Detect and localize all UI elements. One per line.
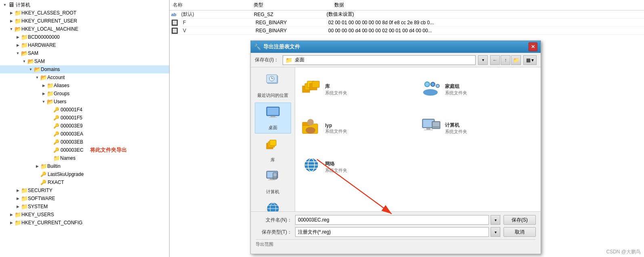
library-icon	[266, 138, 280, 155]
expand-icon: ▶	[15, 203, 21, 210]
current-path-box[interactable]: 📁 桌面	[283, 55, 476, 65]
table-row[interactable]: ab (默认) REG_SZ (数值未设置)	[170, 10, 644, 19]
nav-back-button[interactable]: ←	[490, 55, 500, 65]
folder-icon: 📁	[15, 10, 21, 16]
reg-name: V	[180, 27, 252, 34]
reg-value-icon: 🔲	[171, 19, 178, 26]
registry-values-table: 名称 类型 数据 ab (默认) REG_SZ (数值未设置) 🔲 F REG_…	[170, 0, 644, 35]
file-item-homegroup[interactable]: 家庭组 系统文件夹	[419, 71, 537, 108]
folder-icon: 📁	[47, 82, 54, 89]
export-dialog: 🔧 导出注册表文件 ✕ 保存在(I)： 📁 桌面 ▾ ← ↑ 📁 ▦	[250, 40, 541, 254]
tree-item-000001f4[interactable]: ▶ 🔑 000001F4	[0, 106, 169, 114]
tree-item-hkcu[interactable]: ▶ 📁 HKEY_CURRENT_USER	[0, 17, 169, 25]
tree-label: Names	[60, 155, 76, 161]
export-range: 导出范围	[256, 239, 536, 251]
file-item-network[interactable]: 网络 系统文件夹	[299, 149, 417, 185]
tree-item-hklm[interactable]: ▼ 📂 HKEY_LOCAL_MACHINE	[0, 25, 169, 33]
folder-icon: 📁	[47, 90, 54, 97]
tree-item-000003ec[interactable]: ▶ 🔑 000003EC 将此文件夹导出	[0, 146, 169, 154]
expand-icon: ▶	[34, 163, 40, 169]
tree-item-000003eb[interactable]: ▶ 🔑 000003EB	[0, 138, 169, 146]
file-name: lyp	[325, 123, 347, 128]
tree-item-hku[interactable]: ▶ 📁 HKEY_USERS	[0, 211, 169, 219]
tree-label: HKEY_CURRENT_USER	[21, 18, 77, 24]
folder-icon: 📂	[15, 26, 21, 32]
filetype-input[interactable]	[295, 227, 489, 237]
tree-item-000003ea[interactable]: ▶ 🔑 000003EA	[0, 130, 169, 138]
folder-icon: 📂	[40, 74, 47, 81]
tree-item-groups[interactable]: ▶ 📁 Groups	[0, 90, 169, 98]
cancel-button[interactable]: 取消	[503, 227, 536, 237]
tree-item-sam-inner[interactable]: ▼ 📂 SAM	[0, 57, 169, 65]
sidebar-desktop[interactable]: 桌面	[255, 102, 291, 134]
tree-item-000001f5[interactable]: ▶ 🔑 000001F5	[0, 114, 169, 122]
tree-item-000003e9[interactable]: ▶ 🔑 000003E9	[0, 122, 169, 130]
filetype-dropdown-button[interactable]: ▾	[491, 227, 500, 237]
tree-item-sam[interactable]: ▼ 📂 SAM	[0, 49, 169, 57]
tree-item-users[interactable]: ▼ 📂 Users	[0, 98, 169, 106]
reg-type: REG_BINARY	[252, 19, 325, 26]
tree-label: Account	[47, 75, 65, 80]
folder-icon: 📁	[53, 155, 60, 161]
file-name: 库	[325, 83, 347, 90]
tree-item-bcd[interactable]: ▶ 📁 BCD00000000	[0, 33, 169, 41]
file-item-lyp[interactable]: lyp 系统文件夹	[299, 110, 417, 146]
svg-point-37	[307, 119, 314, 125]
sidebar-network[interactable]: 网络	[255, 199, 291, 211]
tree-label: HKEY_CLASSES_ROOT	[21, 10, 76, 16]
table-row[interactable]: 🔲 F REG_BINARY 02 00 01 00 00 00 00 00 8…	[170, 19, 644, 27]
view-dropdown-icon: ▾	[531, 57, 534, 63]
tree-item-hkcc[interactable]: ▶ 📁 HKEY_CURRENT_CONFIG	[0, 219, 169, 227]
nav-new-folder-button[interactable]: 📁	[511, 55, 521, 65]
svg-point-31	[431, 83, 434, 86]
tree-item-names[interactable]: ▶ 📁 Names	[0, 154, 169, 162]
file-item-computer[interactable]: 计算机 系统文件夹	[419, 110, 537, 146]
filename-dropdown-button[interactable]: ▾	[491, 215, 500, 225]
file-item-library[interactable]: 库 系统文件夹	[299, 71, 417, 108]
key-icon: 🔑	[53, 115, 59, 121]
tree-item-security[interactable]: ▶ 📁 SECURITY	[0, 186, 169, 194]
dialog-title: 导出注册表文件	[263, 43, 529, 50]
tree-item-hkcr[interactable]: ▶ 📁 HKEY_CLASSES_ROOT	[0, 9, 169, 17]
svg-point-29	[425, 82, 429, 86]
table-row[interactable]: 🔲 V REG_BINARY 00 00 00 00 d4 00 00 00 0…	[170, 27, 644, 35]
tree-item-aliases[interactable]: ▶ 📁 Aliases	[0, 81, 169, 90]
view-icon: ▦	[526, 57, 531, 63]
save-button[interactable]: 保存(S)	[503, 215, 536, 225]
sidebar-library[interactable]: 库	[255, 135, 291, 165]
tree-label: Builtin	[47, 163, 61, 169]
path-folder-icon: 📁	[285, 57, 292, 63]
reg-type: REG_BINARY	[252, 27, 325, 34]
tree-item-rxact[interactable]: ▶ 🔑 RXACT	[0, 178, 169, 186]
nav-up-button[interactable]: ↑	[501, 55, 510, 65]
folder-icon: 📁	[21, 34, 28, 40]
sidebar-recent[interactable]: 最近访问的位置	[255, 71, 291, 101]
sidebar-computer[interactable]: 计算机	[255, 167, 291, 197]
tree-item-builtin[interactable]: ▶ 📁 Builtin	[0, 162, 169, 170]
svg-point-19	[270, 203, 276, 211]
path-dropdown-button[interactable]: ▾	[478, 55, 488, 65]
tree-item-lastsku[interactable]: ▶ 🔑 LastSkuUpgrade	[0, 170, 169, 178]
tree-item-hardware[interactable]: ▶ 📁 HARDWARE	[0, 41, 169, 49]
svg-rect-44	[433, 122, 439, 126]
tree-item-software[interactable]: ▶ 📁 SOFTWARE	[0, 194, 169, 203]
annotation-text: 将此文件夹导出	[90, 146, 127, 154]
computer-icon	[266, 169, 280, 187]
tree-label: 000001F5	[61, 115, 82, 121]
file-type: 系统文件夹	[325, 90, 347, 96]
reg-value-icon: ab	[171, 12, 176, 17]
folder-icon: 📂	[27, 58, 34, 65]
tree-item-system[interactable]: ▶ 📁 SYSTEM	[0, 203, 169, 211]
tree-label: 000003E9	[61, 123, 83, 129]
tree-item-account[interactable]: ▼ 📂 Account	[0, 73, 169, 81]
reg-value-icon: 🔲	[171, 27, 178, 34]
view-button[interactable]: ▦ ▾	[523, 55, 537, 65]
desktop-label: 桌面	[269, 125, 277, 131]
dialog-close-button[interactable]: ✕	[529, 42, 537, 51]
key-icon: 🔑	[40, 171, 46, 177]
tree-item-computer[interactable]: ▼ 🖥 计算机	[0, 1, 169, 9]
file-name: 家庭组	[445, 83, 467, 90]
registry-tree: ▼ 🖥 计算机 ▶ 📁 HKEY_CLASSES_ROOT ▶ 📁 HKEY_C…	[0, 0, 169, 228]
tree-item-domains[interactable]: ▼ 📂 Domains	[0, 65, 169, 73]
filename-input[interactable]	[295, 215, 489, 225]
